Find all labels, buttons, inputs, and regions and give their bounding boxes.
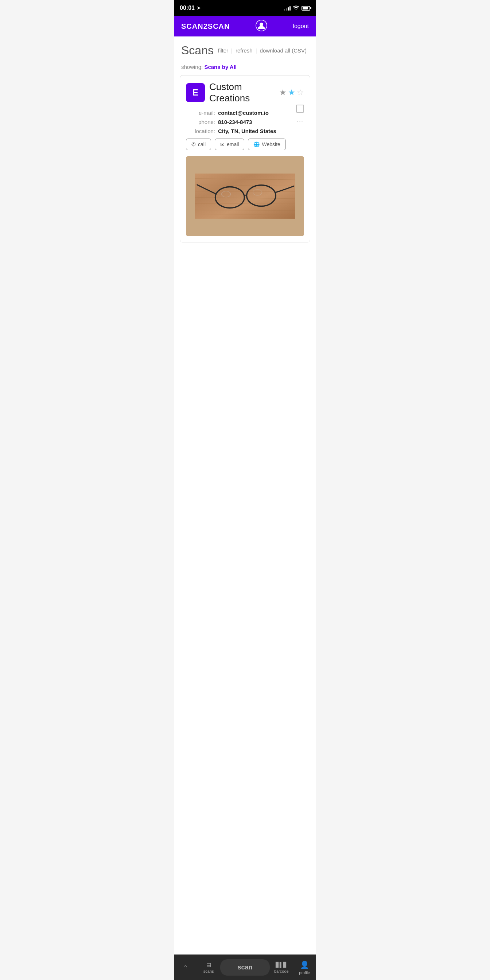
card-header-left: E Custom Creations	[186, 81, 279, 104]
page-header: Scans filter | refresh | download all (C…	[174, 37, 316, 61]
globe-icon: 🌐	[253, 142, 259, 147]
profile-label: profile	[299, 970, 310, 975]
separator-1: |	[231, 48, 233, 54]
scan-label: scan	[238, 964, 253, 971]
filter-value: Scans by All	[204, 64, 237, 70]
product-image	[186, 156, 304, 236]
battery-icon	[302, 6, 310, 11]
location-value: City, TN, United States	[218, 128, 276, 134]
card-right-icons: ···	[296, 105, 304, 126]
status-left: 00:01 ➤	[180, 5, 200, 11]
profile-icon[interactable]	[256, 20, 267, 33]
nav-barcode[interactable]: ▊▌▊ barcode	[270, 955, 293, 980]
nav-scans[interactable]: ▤ scans	[197, 955, 220, 980]
website-button[interactable]: 🌐 Website	[248, 138, 285, 150]
email-value: contact@custom.io	[218, 110, 269, 116]
app-header: SCAN2SCAN logout	[174, 16, 316, 37]
star-2: ★	[288, 89, 295, 97]
barcode-label: barcode	[274, 969, 289, 974]
email-label: e-mail:	[186, 110, 215, 116]
scan-card: E Custom Creations ★ ★ ☆ e-mail: contact…	[180, 75, 310, 242]
svg-point-1	[259, 22, 263, 26]
star-rating[interactable]: ★ ★ ☆	[279, 89, 304, 97]
phone-row: phone: 810-234-8473	[186, 119, 304, 125]
star-1: ★	[279, 89, 286, 97]
profile-nav-icon: 👤	[300, 960, 309, 969]
contact-fields: e-mail: contact@custom.io phone: 810-234…	[186, 110, 304, 134]
product-image-container	[186, 156, 304, 236]
phone-label: phone:	[186, 119, 215, 125]
star-3: ☆	[297, 89, 304, 97]
phone-value: 810-234-8473	[218, 119, 252, 125]
nav-scan-center[interactable]: scan	[220, 959, 270, 975]
scans-label: scans	[204, 969, 214, 974]
card-avatar: E	[186, 83, 205, 102]
refresh-button[interactable]: refresh	[233, 48, 255, 54]
card-header: E Custom Creations ★ ★ ☆	[186, 81, 304, 104]
home-icon: ⌂	[183, 963, 188, 971]
main-content: Scans filter | refresh | download all (C…	[174, 37, 316, 955]
status-bar: 00:01 ➤	[174, 0, 316, 16]
showing-filter: showing: Scans by All	[174, 61, 316, 75]
phone-icon: ✆	[191, 142, 196, 147]
bottom-nav: ⌂ ▤ scans scan ▊▌▊ barcode 👤 profile	[174, 955, 316, 980]
more-options-icon[interactable]: ···	[297, 118, 303, 126]
download-csv-button[interactable]: download all (CSV)	[258, 48, 309, 54]
email-icon: ✉	[220, 142, 224, 147]
company-name: Custom Creations	[209, 81, 279, 104]
location-label: location:	[186, 128, 215, 134]
wifi-icon	[293, 5, 299, 11]
nav-home[interactable]: ⌂	[174, 955, 197, 980]
barcode-icon: ▊▌▊	[275, 962, 287, 967]
nav-profile[interactable]: 👤 profile	[293, 955, 316, 980]
separator-2: |	[255, 48, 258, 54]
filter-button[interactable]: filter	[216, 48, 231, 54]
call-button[interactable]: ✆ call	[186, 138, 211, 150]
location-row: location: City, TN, United States	[186, 128, 304, 134]
email-button[interactable]: ✉ email	[215, 138, 244, 150]
scans-icon: ▤	[206, 962, 211, 967]
page-title: Scans	[181, 44, 214, 57]
status-time: 00:01	[180, 5, 195, 11]
location-icon: ➤	[197, 5, 200, 11]
status-right	[284, 5, 310, 11]
email-row: e-mail: contact@custom.io	[186, 110, 304, 116]
checkbox-icon[interactable]	[296, 105, 304, 113]
app-logo: SCAN2SCAN	[181, 22, 230, 30]
signal-icon	[284, 5, 291, 11]
action-buttons: ✆ call ✉ email 🌐 Website	[186, 138, 304, 150]
logout-button[interactable]: logout	[293, 23, 309, 30]
page-actions: filter | refresh | download all (CSV)	[216, 48, 309, 54]
